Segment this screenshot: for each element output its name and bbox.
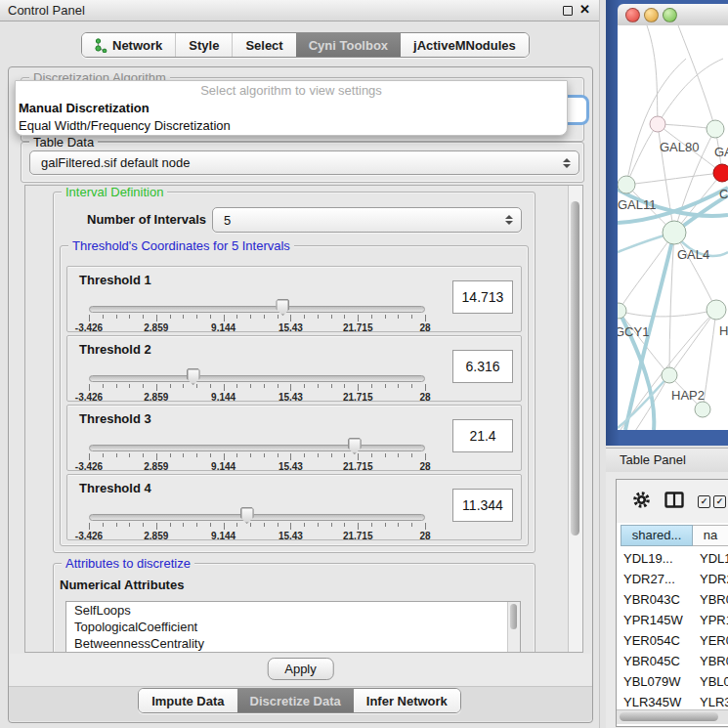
tick-mark — [116, 453, 117, 457]
table-row[interactable]: YER054CYER0 — [617, 630, 728, 651]
threshold-3-slider[interactable]: -3.4262.8599.14415.4321.71528 — [89, 441, 425, 468]
tick-mark — [278, 315, 278, 319]
tick-mark — [183, 523, 184, 527]
slider-track[interactable] — [89, 514, 425, 521]
network-node-hap2[interactable] — [662, 367, 677, 383]
cell-shared-name[interactable]: YER054C — [617, 630, 693, 651]
number-of-intervals-combobox[interactable]: 5 — [212, 207, 522, 233]
cell-shared-name[interactable]: YBR043C — [617, 589, 693, 610]
slider-handle[interactable] — [348, 438, 362, 454]
threshold-4-value[interactable]: 11.344 — [452, 489, 513, 522]
tick-mark — [331, 315, 332, 319]
tick-mark — [290, 523, 291, 530]
cell-shared-name[interactable]: YPR145W — [617, 610, 693, 630]
tab-impute-data[interactable]: Impute Data — [139, 689, 236, 712]
table-row[interactable]: YLR345WYLR3 — [617, 692, 728, 709]
threshold-2-value[interactable]: 6.316 — [452, 350, 513, 383]
gear-icon[interactable] — [632, 491, 651, 512]
cell-name[interactable]: YPR1 — [693, 610, 728, 630]
checkbox-icon[interactable]: ✓ — [713, 495, 726, 508]
threshold-2-slider[interactable]: -3.4262.8599.14415.4321.71528 — [89, 371, 425, 399]
attribute-item[interactable]: TopologicalCoefficient — [66, 619, 520, 635]
tab-select[interactable]: Select — [232, 33, 295, 57]
threshold-3-value[interactable]: 21.4 — [452, 419, 513, 452]
slider-track[interactable] — [89, 306, 425, 313]
numerical-attributes-list[interactable]: SelfLoopsTopologicalCoefficientBetweenne… — [65, 601, 521, 653]
table-row[interactable]: YBL079WYBL0 — [617, 671, 728, 692]
cyni-mode-tabs-wrap: Impute DataDiscretize DataInfer Network — [0, 688, 599, 713]
close-traffic-light-icon[interactable] — [625, 8, 640, 22]
network-canvas[interactable]: GAL80GACGAL11GAL4GCY1HHAP2 — [618, 25, 728, 430]
cell-name[interactable]: YBR0 — [693, 651, 728, 671]
apply-button[interactable]: Apply — [267, 658, 334, 680]
slider-track[interactable] — [89, 445, 425, 451]
cell-shared-name[interactable]: YDL19... — [617, 548, 693, 569]
network-node-gal4[interactable] — [663, 221, 686, 244]
attribute-item[interactable]: BetweennessCentrality — [66, 635, 520, 652]
slider-track[interactable] — [89, 375, 425, 382]
network-node-ga[interactable] — [707, 120, 724, 138]
table-row[interactable]: YBR045CYBR0 — [617, 651, 728, 671]
tab-infer-network[interactable]: Infer Network — [354, 689, 460, 712]
network-node[interactable] — [695, 402, 710, 417]
cell-name[interactable]: YBR0 — [693, 589, 728, 610]
network-graph[interactable]: GAL80GACGAL11GAL4GCY1HHAP2 — [618, 25, 728, 430]
scale-label: 21.715 — [343, 531, 373, 541]
control-panel-tabs: NetworkStyleSelectCyni ToolboxjActiveMNo… — [81, 32, 530, 58]
threshold-4-label: Threshold 4 — [79, 481, 151, 495]
slider-handle[interactable] — [187, 368, 200, 385]
tab-label: jActiveMNodules — [413, 38, 516, 53]
table-row[interactable]: YDR27...YDR2 — [617, 569, 728, 589]
network-node-gal80[interactable] — [650, 116, 665, 132]
tick-mark — [170, 384, 171, 388]
tab-style[interactable]: Style — [175, 33, 232, 57]
threshold-4-slider[interactable]: -3.4262.8599.14415.4321.71528 — [89, 510, 425, 537]
cell-name[interactable]: YLR3 — [693, 692, 728, 709]
column-header-name[interactable]: na — [693, 525, 728, 546]
checkbox-icon[interactable]: ✓ — [698, 495, 710, 508]
split-view-icon[interactable] — [664, 492, 684, 511]
tab-network[interactable]: Network — [82, 33, 175, 57]
minimize-traffic-light-icon[interactable] — [644, 8, 659, 22]
control-panel-window: Control Panel ✕ NetworkStyleSelectCyni T… — [0, 0, 600, 728]
table-row[interactable]: YDL19...YDL1 — [617, 548, 728, 569]
dropdown-option-manual-discretization[interactable]: Manual Discretization — [16, 100, 567, 117]
cell-name[interactable]: YBL0 — [693, 671, 728, 692]
table-row[interactable]: YPR145WYPR1 — [617, 610, 728, 630]
cell-shared-name[interactable]: YDR27... — [617, 569, 693, 589]
tab-jactivemnodules[interactable]: jActiveMNodules — [401, 33, 529, 57]
attributes-list-scrollbar[interactable] — [507, 602, 520, 653]
tab-cyni-toolbox[interactable]: Cyni Toolbox — [296, 33, 401, 57]
tick-mark — [196, 453, 197, 457]
threshold-1-value[interactable]: 14.713 — [452, 280, 513, 314]
network-node-h[interactable] — [707, 300, 726, 320]
tick-mark — [358, 523, 359, 530]
cell-name[interactable]: YER0 — [693, 630, 728, 651]
table-row[interactable]: YBR043CYBR0 — [617, 589, 728, 610]
network-node-gcy1[interactable] — [618, 303, 626, 319]
table-data-combobox[interactable]: galFiltered.sif default node — [29, 150, 579, 175]
cell-name[interactable]: YDL1 — [693, 548, 728, 569]
column-header-shared-name[interactable]: shared... — [621, 525, 693, 546]
tick-mark — [250, 453, 251, 457]
network-node-c[interactable] — [713, 164, 728, 182]
threshold-1-slider[interactable]: -3.4262.8599.14415.4321.71528 — [89, 302, 425, 329]
cell-shared-name[interactable]: YLR345W — [617, 692, 693, 709]
tick-mark — [411, 523, 412, 527]
cell-name[interactable]: YDR2 — [693, 569, 728, 589]
slider-handle[interactable] — [276, 299, 289, 316]
slider-handle[interactable] — [240, 507, 254, 524]
slider-ticks — [89, 315, 425, 322]
network-node-gal11[interactable] — [618, 176, 635, 193]
close-icon[interactable]: ✕ — [579, 2, 590, 17]
cell-shared-name[interactable]: YBR045C — [617, 651, 693, 671]
tab-discretize-data[interactable]: Discretize Data — [237, 689, 354, 712]
cell-shared-name[interactable]: YBL079W — [617, 671, 693, 692]
float-window-icon[interactable] — [563, 6, 573, 16]
tab-label: Impute Data — [151, 694, 224, 708]
attribute-item[interactable]: SelfLoops — [66, 602, 520, 619]
zoom-traffic-light-icon[interactable] — [663, 8, 677, 22]
settings-scrollbar[interactable] — [568, 186, 582, 652]
dropdown-option-equal-width-frequency[interactable]: Equal Width/Frequency Discretization — [16, 117, 567, 135]
table-horizontal-scrollbar[interactable] — [617, 709, 728, 724]
